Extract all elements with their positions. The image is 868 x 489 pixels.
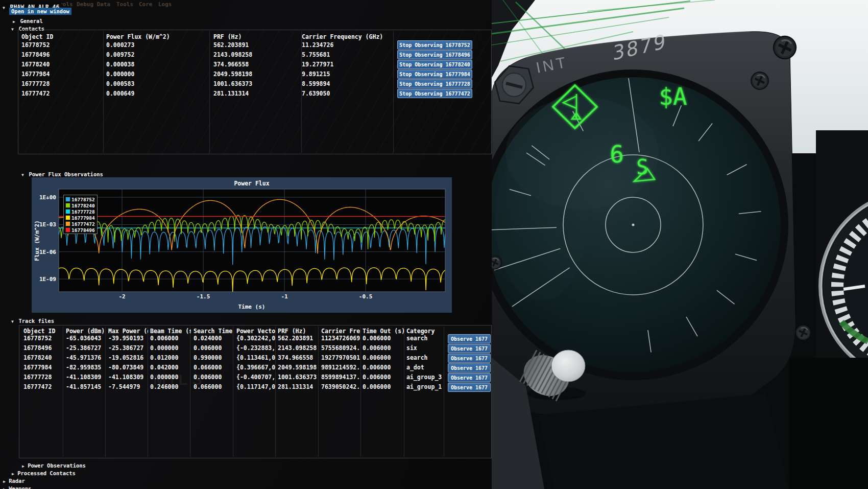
observe-button[interactable]: Observe 1677 xyxy=(448,373,491,382)
threat-symbol-6: 6 xyxy=(610,141,624,168)
track-cell-time_out: 0.006000 xyxy=(363,364,404,371)
contacts-cell-power_flux: 0.000583 xyxy=(106,80,134,88)
contacts-cell-prf: 2049.598198 xyxy=(213,71,252,78)
plot-area xyxy=(59,189,445,292)
menu-bar: ntrolsDebug DataToolsCoreLogs xyxy=(0,1,490,8)
track-cell-search_time: 0.006000 xyxy=(194,344,233,352)
tree-item-weapons[interactable]: ▶ Weapons xyxy=(3,483,31,489)
track-cell-power_vector: {0.113461,0.9 xyxy=(236,354,275,362)
observe-button[interactable]: Observe 1677 xyxy=(448,363,491,372)
background-photo-text: MILS xyxy=(153,371,206,388)
legend-item: 16778240 xyxy=(65,202,97,208)
track-cell-power_vector: {0.117147,0.9 xyxy=(236,383,275,391)
chevron-down-icon[interactable]: ▼ xyxy=(11,27,14,32)
track-cell-power_vector: {0.396667,0.9 xyxy=(236,364,275,371)
observe-button[interactable]: Observe 1677 xyxy=(448,354,491,363)
contacts-header-2: PRF (Hz) xyxy=(213,33,242,41)
y-tick-label: 1E-03 xyxy=(39,221,56,228)
track-cell-carrier_freq: 11234726069.9 xyxy=(321,335,360,342)
legend-swatch xyxy=(65,209,70,214)
track-cell-object_id: 16778240 xyxy=(23,354,63,362)
track-header-9: Category xyxy=(406,328,442,335)
column-separator xyxy=(444,327,444,457)
stop-observing-button[interactable]: Stop Observing 16777984 xyxy=(397,69,472,79)
contacts-header-3: Carrier Frequency (GHz) xyxy=(302,33,383,41)
chevron-down-icon[interactable]: ▼ xyxy=(3,6,5,10)
contacts-header-1: Power Flux (W/m^2) xyxy=(106,33,170,41)
knob-face[interactable] xyxy=(551,350,585,382)
contacts-cell-prf: 1001.636373 xyxy=(213,80,252,88)
track-cell-time_out: 0.006000 xyxy=(363,335,404,342)
stop-observing-button[interactable]: Stop Observing 16778752 xyxy=(397,40,472,50)
track-cell-time_out: 0.006000 xyxy=(363,374,404,381)
y-tick-label: 1E-06 xyxy=(39,249,56,255)
column-separator xyxy=(393,31,394,153)
track-header-2: Max Power (dB xyxy=(108,328,148,335)
contacts-cell-prf: 562.203891 xyxy=(213,41,249,49)
chart-title: Power Flux xyxy=(234,180,269,187)
track-cell-search_time: 0.990000 xyxy=(194,354,233,362)
track-cell-search_time: 0.066000 xyxy=(194,364,233,371)
observe-button[interactable]: Observe 1677 xyxy=(448,344,491,353)
track-cell-power_dbm: -41.857145 xyxy=(66,383,106,391)
track-cell-object_id: 16777728 xyxy=(23,374,63,381)
menu-item-logs[interactable]: Logs xyxy=(158,1,172,8)
track-cell-power_vector: {-0.232883,0. xyxy=(236,344,275,352)
chevron-down-icon[interactable]: ▼ xyxy=(11,319,14,324)
observe-button[interactable]: Observe 1677 xyxy=(448,383,491,392)
menu-item-core[interactable]: Core xyxy=(139,1,153,8)
y-tick-label: 1E+00 xyxy=(39,194,56,201)
lower-right-shadow xyxy=(789,358,868,489)
track-cell-power_dbm: -25.386727 xyxy=(66,344,106,352)
track-cell-max_power: -41.108309 xyxy=(108,374,148,381)
contacts-cell-power_flux: 0.000038 xyxy=(106,61,134,68)
chart-ylabel: Flux (W/m^2) xyxy=(34,220,40,261)
menu-item-debug-data[interactable]: Debug Data xyxy=(77,1,110,8)
observe-button[interactable]: Observe 1677 xyxy=(448,334,491,343)
legend-item: 16777728 xyxy=(65,208,97,215)
stop-observing-button[interactable]: Stop Observing 16777472 xyxy=(397,89,472,98)
contacts-cell-object_id: 16778752 xyxy=(21,41,50,49)
track-header-4: Search Time ( xyxy=(194,328,233,335)
track-cell-carrier_freq: 8599894137.31 xyxy=(321,374,360,381)
track-cell-power_dbm: -41.108309 xyxy=(66,374,106,381)
track-cell-beam_time: 0.000000 xyxy=(150,344,191,352)
contacts-cell-carrier_freq: 11.234726 xyxy=(302,41,333,49)
track-cell-carrier_freq: 7639050242.07 xyxy=(321,383,360,391)
track-cell-carrier_freq: 5755680924.62 xyxy=(321,344,360,352)
scope-center-dot xyxy=(632,224,635,226)
open-in-new-window-item[interactable]: Open in new window xyxy=(9,8,71,15)
threat-symbol-sa: $A xyxy=(659,83,687,110)
track-cell-category: search xyxy=(406,335,442,342)
tree-item-label: Weapons xyxy=(6,485,32,489)
contacts-cell-power_flux: 0.000273 xyxy=(106,41,134,49)
contacts-cell-carrier_freq: 9.891215 xyxy=(302,71,330,78)
tree-item-track-files[interactable]: ▼ Track files xyxy=(11,315,54,325)
track-cell-power_dbm: -65.036043 xyxy=(66,335,106,342)
threat-symbol-s: S xyxy=(636,155,648,179)
contacts-cell-object_id: 16777728 xyxy=(21,80,50,88)
track-cell-time_out: 0.006000 xyxy=(363,383,404,391)
track-cell-beam_time: 0.006000 xyxy=(150,335,191,342)
track-cell-power_vector: {-0.400707,0. xyxy=(236,374,275,381)
chart-legend: 1677875216778240167777281677798416777472… xyxy=(63,195,98,234)
stop-observing-button[interactable]: Stop Observing 16778496 xyxy=(397,50,472,59)
track-cell-prf: 562.203891 xyxy=(278,335,319,342)
x-tick-label: -1.5 xyxy=(197,293,210,300)
chart-xlabel: Time (s) xyxy=(238,304,266,310)
track-files-panel: Object IDPower (dBm)Max Power (dBBeam Ti… xyxy=(19,325,492,458)
stop-observing-button[interactable]: Stop Observing 16778240 xyxy=(397,60,472,69)
legend-swatch xyxy=(65,215,70,220)
chevron-down-icon[interactable]: ▼ xyxy=(21,173,24,177)
stop-observing-button[interactable]: Stop Observing 16777728 xyxy=(397,79,472,88)
track-cell-max_power: -19.052816 xyxy=(108,354,148,362)
contacts-cell-power_flux: 0.000649 xyxy=(106,90,134,98)
menu-item-tools[interactable]: Tools xyxy=(116,1,133,8)
contacts-cell-prf: 281.131314 xyxy=(213,90,249,98)
contacts-cell-carrier_freq: 8.599894 xyxy=(302,80,330,88)
track-cell-power_vector: {0.302242,0.9 xyxy=(236,335,275,342)
legend-swatch xyxy=(65,197,70,202)
legend-label: 16777472 xyxy=(71,221,95,227)
track-cell-max_power: -39.950193 xyxy=(108,335,148,342)
contacts-cell-prf: 2143.098258 xyxy=(213,51,252,59)
